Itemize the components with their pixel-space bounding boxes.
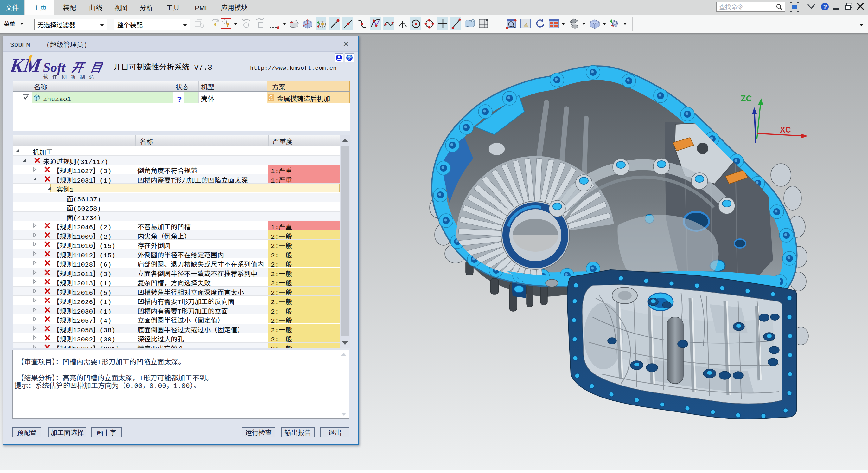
svg-text:?: ? xyxy=(347,54,351,61)
svg-text:XC: XC xyxy=(780,125,791,134)
svg-text:ZC: ZC xyxy=(741,94,752,104)
svg-text:M: M xyxy=(22,54,43,76)
svg-text:软件创新制造: 软件创新制造 xyxy=(43,72,98,80)
